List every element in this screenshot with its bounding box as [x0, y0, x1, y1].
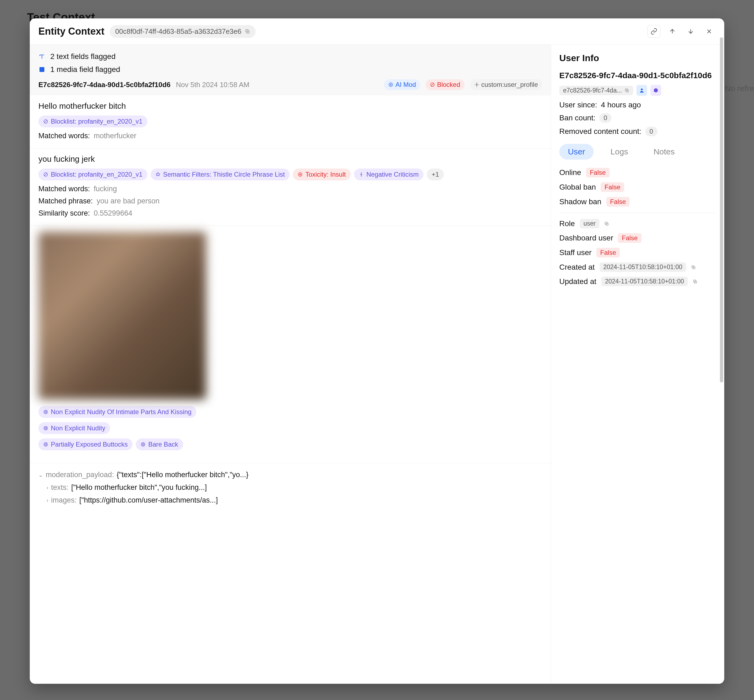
entity-hash: E7c82526-9fc7-4daa-90d1-5c0bfa2f10d6 [38, 81, 171, 89]
custom-type-text: custom:user_profile [481, 81, 538, 88]
image-icon [38, 66, 45, 73]
payload-value: {"texts":["Hello motherfucker bitch","yo… [117, 470, 248, 479]
svg-point-12 [44, 410, 48, 414]
svg-point-22 [641, 88, 643, 90]
nudity-tag-3[interactable]: Partially Exposed Buttocks [38, 438, 133, 450]
arrow-down-button[interactable] [684, 25, 697, 38]
matched-phrase-label: Matched phrase: [38, 197, 93, 205]
svg-point-17 [45, 444, 47, 445]
flagged-text-1: Hello motherfucker bitch [38, 102, 542, 111]
svg-point-9 [298, 173, 302, 177]
copy-icon[interactable] [693, 279, 698, 284]
global-ban-value: False [601, 182, 624, 192]
semantic-filter-text: Semantic Filters: Thistle Circle Phrase … [163, 171, 285, 178]
scrollbar[interactable] [720, 38, 723, 665]
nudity-tag-1[interactable]: Non Explicit Nudity Of Intimate Parts An… [38, 406, 196, 418]
flag-summary: 2 text fields flagged 1 media field flag… [30, 45, 551, 95]
copy-icon[interactable] [245, 29, 250, 34]
nudity-tag-2[interactable]: Non Explicit Nudity [38, 422, 110, 434]
media-section: Non Explicit Nudity Of Intimate Parts An… [30, 226, 551, 463]
user-icon[interactable] [636, 85, 647, 96]
entity-id-text: 00c8f0df-74ff-4d63-85a5-a3632d37e3e6 [115, 27, 241, 36]
nudity-tag-4[interactable]: Bare Back [136, 438, 183, 450]
payload-root-row[interactable]: ⌄ moderation_payload: {"texts":["Hello m… [38, 469, 542, 481]
settings-icon[interactable] [650, 85, 661, 96]
nudity-tag-3-text: Partially Exposed Buttocks [51, 441, 128, 448]
copy-icon[interactable] [624, 88, 629, 93]
plus-one-tag[interactable]: +1 [427, 169, 444, 180]
sidebar-tabs: User Logs Notes [559, 144, 716, 159]
payload-images-value: ["https://github.com/user-attachments/as… [79, 496, 218, 505]
blocklist-text: Blocklist: profanity_en_2020_v1 [51, 118, 142, 125]
copy-icon[interactable] [691, 265, 696, 270]
close-button[interactable] [702, 25, 716, 38]
svg-point-19 [142, 444, 144, 445]
negative-criticism-tag[interactable]: Negative Criticism [354, 169, 423, 180]
meta-row: E7c82526-9fc7-4daa-90d1-5c0bfa2f10d6 Nov… [38, 76, 542, 90]
user-hash: E7c82526-9fc7-4daa-90d1-5c0bfa2f10d6 [559, 71, 716, 80]
user-info-panel: User Info E7c82526-9fc7-4daa-90d1-5c0bfa… [551, 45, 724, 684]
modal-title: Entity Context [38, 26, 105, 37]
flagged-image[interactable] [38, 232, 206, 400]
svg-point-4 [390, 84, 392, 86]
tab-user[interactable]: User [559, 144, 594, 159]
svg-point-14 [44, 426, 48, 430]
text-icon [38, 53, 45, 60]
tab-notes[interactable]: Notes [645, 144, 683, 159]
payload-texts-key: texts: [51, 483, 69, 492]
role-value: user [580, 219, 599, 228]
ban-count-value: 0 [599, 113, 612, 123]
chevron-down-icon: ⌄ [38, 472, 43, 478]
similarity-label: Similarity score: [38, 209, 90, 217]
arrow-up-button[interactable] [666, 25, 679, 38]
nudity-tag-4-text: Bare Back [148, 441, 178, 448]
copy-icon[interactable] [604, 221, 609, 226]
matched-phrase-value: you are bad person [97, 197, 159, 205]
flagged-text-2: you fucking jerk [38, 155, 542, 164]
user-info-title: User Info [559, 53, 716, 63]
entity-date: Nov 5th 2024 10:58 AM [176, 81, 250, 89]
text-flag-row: 2 text fields flagged [38, 50, 542, 63]
semantic-filter-tag[interactable]: Semantic Filters: Thistle Circle Phrase … [151, 169, 290, 180]
removed-count-value: 0 [645, 127, 657, 136]
blocklist-tag-2[interactable]: Blocklist: profanity_en_2020_v1 [38, 169, 147, 180]
ai-mod-pill: AI Mod [384, 79, 420, 90]
negative-text: Negative Criticism [367, 171, 418, 178]
staff-user-value: False [596, 248, 620, 258]
bg-no-refresh: No refre [725, 84, 754, 93]
created-at-label: Created at [559, 263, 595, 272]
blocklist-tag[interactable]: Blocklist: profanity_en_2020_v1 [38, 116, 147, 127]
user-short-id: e7c82526-9fc7-4da... [563, 87, 622, 94]
scrollbar-thumb[interactable] [720, 38, 723, 383]
global-ban-label: Global ban [559, 183, 596, 192]
custom-type-pill: custom:user_profile [470, 79, 542, 90]
toxicity-text: Toxicity: Insult [305, 171, 346, 178]
blocked-text: Blocked [437, 81, 460, 88]
entity-context-modal: Entity Context 00c8f0df-74ff-4d63-85a5-a… [30, 19, 724, 684]
chevron-right-icon: › [47, 497, 48, 503]
staff-user-label: Staff user [559, 248, 592, 257]
toxicity-tag[interactable]: Toxicity: Insult [293, 169, 351, 180]
dashboard-user-value: False [618, 233, 642, 243]
ban-count-label: Ban count: [559, 114, 596, 122]
nudity-tag-2-text: Non Explicit Nudity [51, 424, 105, 432]
svg-point-23 [654, 88, 658, 92]
link-button[interactable] [648, 25, 660, 38]
online-value: False [586, 168, 610, 177]
svg-point-16 [44, 442, 48, 446]
text-section-2: you fucking jerk Blocklist: profanity_en… [30, 148, 551, 226]
svg-point-6 [476, 84, 477, 86]
shadow-ban-label: Shadow ban [559, 197, 601, 206]
tab-logs[interactable]: Logs [602, 144, 637, 159]
online-label: Online [559, 168, 581, 177]
payload-texts-row[interactable]: › texts: ["Hello motherfucker bitch","yo… [38, 481, 542, 494]
media-flag-label: 1 media field flagged [50, 65, 120, 74]
removed-count-label: Removed content count: [559, 127, 642, 136]
user-since-label: User since: [559, 101, 597, 109]
payload-texts-value: ["Hello motherfucker bitch","you fucking… [71, 483, 207, 492]
nudity-tag-1-text: Non Explicit Nudity Of Intimate Parts An… [51, 408, 192, 416]
payload-images-row[interactable]: › images: ["https://github.com/user-atta… [38, 494, 542, 506]
updated-at-value: 2024-11-05T10:58:10+01:00 [601, 277, 688, 286]
payload-section: ⌄ moderation_payload: {"texts":["Hello m… [30, 463, 551, 512]
blocked-pill: Blocked [426, 79, 464, 90]
